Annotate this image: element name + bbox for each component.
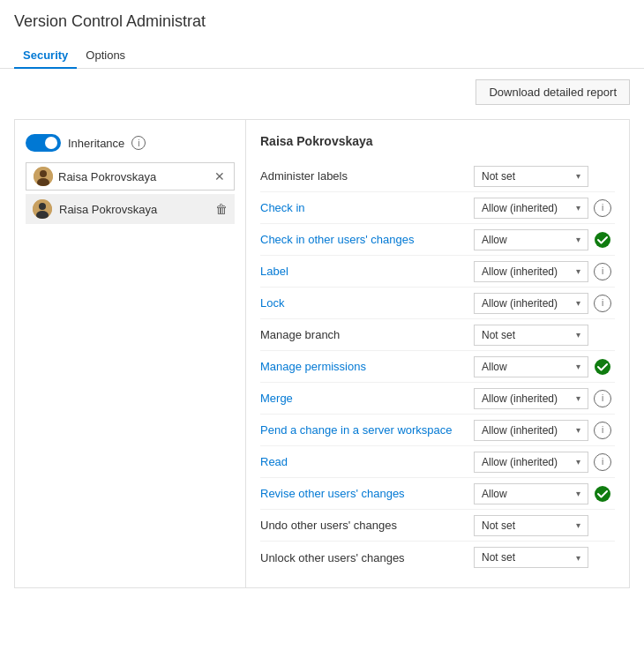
permission-row: Administer labelsNot set▾	[260, 161, 615, 192]
info-icon[interactable]: i	[594, 263, 611, 280]
close-user-button[interactable]: ✕	[213, 168, 227, 185]
chevron-down-icon: ▾	[576, 266, 580, 276]
permission-row: ReadAllow (inherited)▾i	[260, 446, 615, 478]
permission-control: Allow▾	[474, 229, 615, 250]
status-placeholder	[594, 168, 611, 185]
permission-value: Allow	[482, 488, 507, 500]
permission-select[interactable]: Allow▾	[474, 356, 588, 377]
permission-select[interactable]: Allow (inherited)▾	[474, 261, 588, 282]
inheritance-toggle[interactable]	[26, 134, 61, 152]
chevron-down-icon: ▾	[576, 298, 580, 308]
permission-control: Allow (inherited)▾i	[474, 452, 615, 473]
permission-control: Not set▾	[474, 325, 615, 346]
permission-select[interactable]: Allow (inherited)▾	[474, 452, 588, 473]
permission-control: Allow▾	[474, 356, 615, 377]
permission-row: LockAllow (inherited)▾i	[260, 288, 615, 319]
permission-value: Allow	[482, 361, 507, 373]
permission-row: LabelAllow (inherited)▾i	[260, 256, 615, 288]
permission-name: Manage branch	[260, 328, 474, 341]
content-area: Inheritance i Raisa Pokrovskaya ✕	[14, 119, 630, 588]
chevron-down-icon: ▾	[576, 553, 580, 563]
chevron-down-icon: ▾	[576, 520, 580, 530]
permission-select[interactable]: Allow (inherited)▾	[474, 293, 588, 314]
permission-select[interactable]: Not set▾	[474, 515, 588, 536]
delete-user-icon[interactable]: 🗑	[215, 202, 228, 216]
permission-value: Not set	[482, 170, 515, 183]
permission-name: Administer labels	[260, 169, 474, 183]
tab-bar: Security Options	[0, 43, 644, 69]
inheritance-row: Inheritance i	[26, 134, 235, 152]
permission-row: Revise other users' changesAllow▾	[260, 478, 615, 510]
permission-value: Allow (inherited)	[482, 202, 558, 214]
chevron-down-icon: ▾	[576, 489, 580, 498]
permission-control: Allow (inherited)▾i	[474, 388, 615, 409]
status-placeholder	[594, 517, 611, 534]
info-icon[interactable]: i	[594, 453, 611, 471]
permission-row: Check inAllow (inherited)▾i	[260, 192, 615, 224]
avatar	[33, 199, 52, 219]
permission-name: Check in	[260, 201, 474, 214]
permission-name: Manage permissions	[260, 360, 474, 373]
permission-control: Not set▾	[474, 515, 615, 536]
permission-row: Manage branchNot set▾	[260, 319, 615, 351]
right-panel: Raisa Pokrovskaya Administer labelsNot s…	[246, 120, 629, 587]
permission-select[interactable]: Allow▾	[474, 483, 588, 504]
permission-control: Allow (inherited)▾i	[474, 261, 615, 282]
user-section-title: Raisa Pokrovskaya	[260, 134, 615, 148]
avatar	[34, 167, 53, 186]
permission-value: Allow	[482, 234, 507, 246]
chevron-down-icon: ▾	[576, 362, 580, 371]
permission-select[interactable]: Allow (inherited)▾	[474, 420, 588, 441]
permission-name: Pend a change in a server workspace	[260, 423, 474, 437]
chevron-down-icon: ▾	[576, 393, 580, 403]
chevron-down-icon: ▾	[576, 457, 580, 467]
info-icon[interactable]: i	[594, 295, 611, 312]
left-panel: Inheritance i Raisa Pokrovskaya ✕	[15, 120, 246, 587]
permission-row: Manage permissionsAllow▾	[260, 351, 615, 383]
user-list-item[interactable]: Raisa Pokrovskaya 🗑	[26, 194, 235, 224]
permission-select[interactable]: Allow (inherited)▾	[474, 198, 588, 219]
permission-select[interactable]: Allow▾	[474, 229, 588, 250]
svg-point-1	[40, 170, 47, 177]
permission-name: Label	[260, 265, 474, 278]
permission-value: Not set	[482, 551, 515, 564]
check-circle-icon	[594, 485, 611, 503]
permission-select[interactable]: Not set▾	[474, 166, 588, 187]
permission-name: Revise other users' changes	[260, 487, 474, 500]
svg-point-7	[595, 359, 610, 375]
chevron-down-icon: ▾	[576, 235, 580, 244]
download-report-button[interactable]: Download detailed report	[476, 79, 630, 105]
permission-value: Not set	[482, 329, 515, 341]
tab-options[interactable]: Options	[77, 43, 134, 69]
permission-select[interactable]: Not set▾	[474, 325, 588, 346]
chevron-down-icon: ▾	[576, 203, 580, 213]
inheritance-info-icon[interactable]: i	[131, 136, 146, 150]
permission-row: MergeAllow (inherited)▾i	[260, 383, 615, 415]
chevron-down-icon: ▾	[576, 330, 580, 340]
info-icon[interactable]: i	[594, 199, 611, 217]
permission-control: Allow (inherited)▾i	[474, 198, 615, 219]
chevron-down-icon: ▾	[576, 171, 580, 181]
permission-select[interactable]: Not set▾	[474, 547, 588, 568]
svg-point-6	[595, 232, 610, 248]
selected-user-name: Raisa Pokrovskaya	[58, 170, 207, 183]
info-icon[interactable]: i	[594, 422, 611, 439]
tab-security[interactable]: Security	[14, 43, 77, 69]
svg-point-4	[39, 203, 46, 210]
permission-value: Allow (inherited)	[482, 392, 558, 405]
permission-name: Check in other users' changes	[260, 233, 474, 246]
permission-value: Allow (inherited)	[482, 265, 558, 278]
permission-select[interactable]: Allow (inherited)▾	[474, 388, 588, 409]
info-icon[interactable]: i	[594, 390, 611, 407]
user-search-input[interactable]: Raisa Pokrovskaya ✕	[26, 162, 235, 191]
permission-control: Allow (inherited)▾i	[474, 293, 615, 314]
permission-value: Allow (inherited)	[482, 424, 558, 437]
permission-control: Allow▾	[474, 483, 615, 504]
permission-name: Undo other users' changes	[260, 519, 474, 532]
permission-name: Lock	[260, 296, 474, 310]
permission-row: Undo other users' changesNot set▾	[260, 510, 615, 542]
check-circle-icon	[594, 358, 611, 376]
permission-name: Read	[260, 455, 474, 468]
svg-point-8	[595, 486, 610, 502]
status-placeholder	[594, 326, 611, 344]
